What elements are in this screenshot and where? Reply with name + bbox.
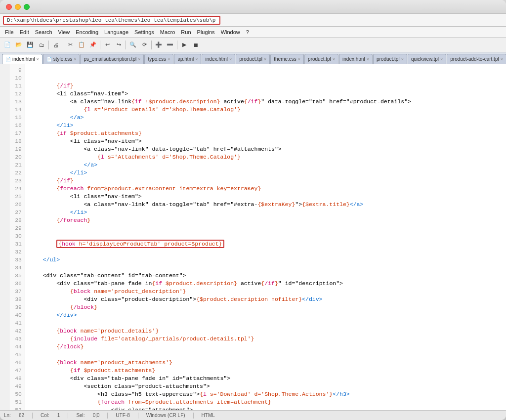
breakpoint-50[interactable]	[1, 390, 8, 398]
stop-button[interactable]: ⏹	[190, 40, 201, 50]
save-button[interactable]: 💾	[25, 40, 36, 50]
breakpoint-19[interactable]	[1, 145, 8, 153]
breakpoint-34[interactable]	[1, 264, 8, 272]
menu-help[interactable]: ?	[243, 28, 252, 36]
breakpoint-36[interactable]	[1, 280, 8, 288]
breakpoint-40[interactable]	[1, 311, 8, 319]
breakpoint-47[interactable]	[1, 367, 8, 375]
menu-view[interactable]: View	[55, 28, 73, 36]
tab-close-4[interactable]: ×	[168, 57, 170, 62]
breakpoint-20[interactable]	[1, 153, 8, 161]
tab-close-13[interactable]: ×	[501, 57, 503, 62]
tab-index-html-2[interactable]: index.html ×	[202, 54, 235, 64]
breakpoint-39[interactable]	[1, 303, 8, 311]
tab-product-tpl-3[interactable]: product.tpl ×	[373, 54, 407, 64]
tab-close-3[interactable]: ×	[138, 57, 140, 62]
breakpoint-49[interactable]	[1, 382, 8, 390]
breakpoint-22[interactable]	[1, 169, 8, 177]
tab-close-9[interactable]: ×	[333, 57, 335, 62]
cut-button[interactable]: ✂	[65, 40, 76, 50]
menu-window[interactable]: Window	[218, 28, 243, 36]
tab-close-12[interactable]: ×	[440, 57, 443, 62]
breakpoint-29[interactable]	[1, 224, 8, 232]
breakpoint-25[interactable]	[1, 193, 8, 201]
paste-button[interactable]: 📌	[87, 40, 98, 50]
tab-quickview[interactable]: quickview.tpl ×	[408, 54, 446, 64]
save-all-button[interactable]: 🗂	[36, 40, 47, 50]
undo-button[interactable]: ↩	[102, 40, 113, 50]
menu-file[interactable]: File	[2, 28, 17, 36]
breakpoint-43[interactable]	[1, 335, 8, 343]
breakpoint-44[interactable]	[1, 343, 8, 351]
find-button[interactable]: 🔍	[127, 40, 138, 50]
breakpoint-23[interactable]	[1, 177, 8, 185]
open-button[interactable]: 📂	[13, 40, 24, 50]
breakpoint-33[interactable]	[1, 256, 8, 264]
zoom-in-button[interactable]: ➕	[153, 40, 164, 50]
breakpoint-31[interactable]	[1, 240, 8, 248]
breakpoint-32[interactable]	[1, 248, 8, 256]
breakpoint-14[interactable]	[1, 106, 8, 114]
breakpoint-46[interactable]	[1, 359, 8, 367]
menu-macro[interactable]: Macro	[157, 28, 178, 36]
breakpoint-11[interactable]	[1, 82, 8, 90]
breakpoint-26[interactable]	[1, 201, 8, 209]
breakpoint-21[interactable]	[1, 161, 8, 169]
maximize-button[interactable]	[24, 4, 30, 10]
breakpoint-37[interactable]	[1, 288, 8, 295]
breakpoint-48[interactable]	[1, 375, 8, 382]
file-path-input[interactable]	[3, 16, 220, 25]
tab-ps-email[interactable]: ps_emailsubscription.tpl ×	[80, 54, 144, 64]
menu-edit[interactable]: Edit	[17, 28, 32, 36]
tab-close-7[interactable]: ×	[264, 57, 266, 62]
breakpoint-10[interactable]	[1, 74, 8, 82]
menu-search[interactable]: Search	[32, 28, 55, 36]
new-button[interactable]: 📄	[2, 40, 13, 50]
breakpoint-52[interactable]	[1, 406, 8, 410]
tab-index-html-3[interactable]: index.html ×	[339, 54, 373, 64]
breakpoint-28[interactable]	[1, 216, 8, 224]
tab-product-tpl-2[interactable]: product.tpl ×	[304, 54, 338, 64]
breakpoint-18[interactable]	[1, 137, 8, 145]
breakpoint-51[interactable]	[1, 398, 8, 406]
replace-button[interactable]: ⟳	[139, 40, 150, 50]
tab-close-2[interactable]: ×	[74, 57, 76, 62]
tab-theme-css[interactable]: theme.css ×	[270, 54, 304, 64]
menu-encoding[interactable]: Encoding	[73, 28, 101, 36]
menu-settings[interactable]: Settings	[131, 28, 157, 36]
breakpoint-24[interactable]	[1, 185, 8, 193]
tab-typo-css[interactable]: typo.css ×	[144, 54, 173, 64]
print-button[interactable]: 🖨	[50, 40, 61, 50]
tab-style-css[interactable]: 📄 style.css ×	[43, 54, 80, 64]
breakpoint-41[interactable]	[1, 319, 8, 327]
zoom-out-button[interactable]: ➖	[165, 40, 175, 50]
redo-button[interactable]: ↪	[113, 40, 124, 50]
copy-button[interactable]: 📋	[76, 40, 87, 50]
tab-close-10[interactable]: ×	[367, 57, 369, 62]
minimize-button[interactable]	[15, 4, 21, 10]
breakpoint-9[interactable]	[1, 66, 8, 74]
code-editor[interactable]: {/if} <li class="nav-item"> <a class="na…	[25, 64, 506, 410]
tab-close-6[interactable]: ×	[229, 57, 232, 62]
tab-ap-html[interactable]: ap.html ×	[174, 54, 201, 64]
menu-plugins[interactable]: Plugins	[194, 28, 218, 36]
tab-close-5[interactable]: ×	[195, 57, 198, 62]
breakpoint-27[interactable]	[1, 209, 8, 216]
tab-index-html-1[interactable]: 📄 index.html ×	[2, 54, 42, 64]
tab-product-tpl-1[interactable]: product.tpl ×	[236, 54, 270, 64]
tab-product-add[interactable]: product-add-to-cart.tpl ×	[447, 54, 506, 64]
close-button[interactable]	[6, 4, 12, 10]
breakpoint-13[interactable]	[1, 98, 8, 106]
tab-close-8[interactable]: ×	[298, 57, 300, 62]
breakpoint-38[interactable]	[1, 295, 8, 303]
breakpoint-45[interactable]	[1, 351, 8, 359]
breakpoint-17[interactable]	[1, 129, 8, 137]
breakpoint-35[interactable]	[1, 272, 8, 280]
breakpoint-30[interactable]	[1, 232, 8, 240]
breakpoint-16[interactable]	[1, 122, 8, 129]
breakpoint-42[interactable]	[1, 327, 8, 335]
breakpoint-15[interactable]	[1, 114, 8, 122]
breakpoint-12[interactable]	[1, 90, 8, 98]
tab-close-11[interactable]: ×	[401, 57, 404, 62]
menu-language[interactable]: Language	[101, 28, 131, 36]
